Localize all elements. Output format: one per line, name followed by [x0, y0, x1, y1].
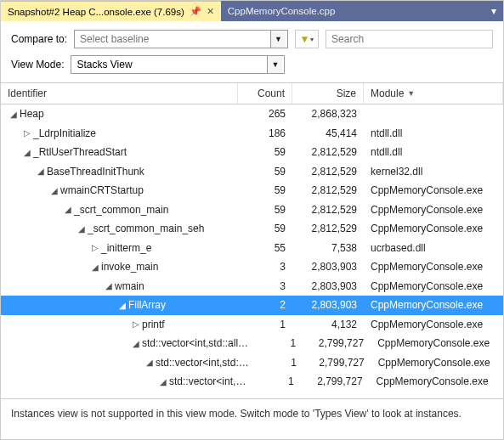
collapse-icon[interactable]: ◢ [105, 281, 113, 291]
grid-header: Identifier Count Size Module▼ [1, 82, 503, 104]
baseline-combo[interactable]: ▼ [74, 30, 288, 48]
chevron-down-icon[interactable]: ▼ [270, 31, 286, 48]
expand-icon[interactable]: ▷ [132, 319, 140, 329]
size-cell: 2,812,529 [292, 146, 364, 158]
filter-icon: ▼ [300, 33, 310, 45]
tab-label: CppMemoryConsole.cpp [228, 6, 336, 16]
module-cell: ntdll.dll [364, 127, 503, 139]
table-row[interactable]: ◢BaseThreadInitThunk592,812,529kernel32.… [1, 162, 503, 182]
identifier-text: Heap [20, 108, 44, 120]
column-module[interactable]: Module▼ [364, 83, 503, 104]
pin-icon[interactable]: 📌 [190, 6, 201, 17]
search-input[interactable] [326, 30, 493, 48]
table-row[interactable]: ◢wmain32,803,903CppMemoryConsole.exe [1, 277, 503, 296]
identifier-text: std::vector<int,std::alloc... [142, 337, 251, 349]
count-cell: 265 [238, 108, 292, 120]
module-cell: CppMemoryConsole.exe [371, 337, 503, 349]
tab-overflow[interactable]: ▾ [484, 1, 503, 21]
size-cell: 2,812,529 [292, 223, 364, 234]
collapse-icon[interactable]: ◢ [91, 262, 99, 272]
size-cell: 2,799,727 [303, 357, 371, 369]
table-row[interactable]: ◢FillArray22,803,903CppMemoryConsole.exe [1, 296, 503, 315]
table-row[interactable]: ◢_scrt_common_main_seh592,812,529CppMemo… [1, 219, 503, 239]
collapse-icon[interactable]: ◢ [9, 110, 18, 119]
collapse-icon[interactable]: ◢ [145, 358, 154, 367]
size-cell: 2,868,323 [292, 108, 364, 120]
identifier-text: wmain [115, 280, 144, 292]
count-cell: 59 [238, 204, 292, 216]
expand-icon[interactable]: ▷ [23, 128, 31, 138]
identifier-text: std::vector<int,st... [169, 375, 248, 387]
expand-icon[interactable]: ▷ [91, 243, 99, 252]
table-row[interactable]: ◢invoke_main32,803,903CppMemoryConsole.e… [1, 257, 503, 277]
table-row[interactable]: ◢std::vector<int,st...12,799,727CppMemor… [1, 372, 503, 392]
module-cell: ntdll.dll [364, 146, 503, 158]
table-row[interactable]: ◢wmainCRTStartup592,812,529CppMemoryCons… [1, 181, 503, 200]
size-cell: 2,812,529 [292, 166, 364, 178]
size-cell: 2,803,903 [292, 299, 364, 311]
status-text: Instances view is not supported in this … [11, 408, 462, 420]
table-row[interactable]: ◢_scrt_common_main592,812,529CppMemoryCo… [1, 200, 503, 220]
collapse-icon[interactable]: ◢ [159, 377, 167, 386]
collapse-icon[interactable]: ◢ [50, 186, 59, 195]
count-cell: 1 [251, 337, 303, 349]
table-row[interactable]: ◢std::vector<int,std::al...12,799,727Cpp… [1, 353, 503, 373]
table-row[interactable]: ◢Heap2652,868,323 [1, 104, 503, 124]
tab-snapshot[interactable]: Snapshot#2 Heap C...onsole.exe (7.69s) 📌… [1, 1, 221, 21]
size-cell: 2,799,727 [301, 375, 370, 387]
close-icon[interactable]: ✕ [207, 6, 214, 17]
count-cell: 59 [238, 223, 292, 234]
grid-body[interactable]: ◢Heap2652,868,323▷_LdrpInitialize18645,4… [1, 104, 503, 398]
size-cell: 2,803,903 [292, 280, 364, 292]
identifier-text: std::vector<int,std::al... [156, 357, 252, 369]
count-cell: 55 [238, 242, 292, 254]
identifier-text: _LdrpInitialize [33, 127, 96, 139]
viewmode-input[interactable] [71, 56, 267, 73]
collapse-icon[interactable]: ◢ [77, 224, 86, 234]
module-cell: CppMemoryConsole.exe [364, 319, 503, 330]
collapse-icon[interactable]: ◢ [132, 339, 140, 348]
tab-sourcefile[interactable]: CppMemoryConsole.cpp [221, 1, 343, 21]
count-cell: 2 [238, 299, 292, 311]
module-cell: CppMemoryConsole.exe [364, 223, 503, 234]
table-row[interactable]: ▷printf14,132CppMemoryConsole.exe [1, 315, 503, 335]
identifier-text: BaseThreadInitThunk [47, 166, 144, 178]
size-cell: 2,799,727 [303, 337, 371, 349]
module-cell: CppMemoryConsole.exe [364, 261, 503, 273]
identifier-text: _RtlUserThreadStart [33, 146, 127, 158]
size-cell: 2,812,529 [292, 184, 364, 196]
chevron-down-icon[interactable]: ▼ [267, 56, 282, 73]
collapse-icon[interactable]: ◢ [37, 166, 45, 176]
compare-label: Compare to: [11, 33, 67, 45]
module-cell: kernel32.dll [364, 166, 503, 178]
count-cell: 59 [238, 166, 292, 178]
collapse-icon[interactable]: ◢ [64, 205, 72, 214]
sort-indicator-icon: ▼ [407, 89, 415, 98]
tab-label: Snapshot#2 Heap C...onsole.exe (7.69s) [8, 7, 184, 17]
identifier-text: printf [142, 319, 165, 330]
status-bar: Instances view is not supported in this … [1, 398, 503, 428]
identifier-text: FillArray [128, 299, 166, 311]
table-row[interactable]: ▷_initterm_e557,538ucrbased.dll [1, 239, 503, 258]
collapse-icon[interactable]: ◢ [23, 148, 31, 157]
toolbar-row-2: View Mode: ▼ [1, 54, 503, 82]
column-identifier[interactable]: Identifier [1, 83, 238, 104]
count-cell: 186 [238, 127, 292, 139]
module-cell: CppMemoryConsole.exe [364, 299, 503, 311]
filter-button[interactable]: ▼▾ [295, 30, 319, 48]
count-cell: 59 [238, 146, 292, 158]
viewmode-combo[interactable]: ▼ [71, 55, 285, 74]
identifier-text: _scrt_common_main_seh [88, 223, 204, 234]
size-cell: 2,812,529 [292, 204, 364, 216]
baseline-input[interactable] [75, 31, 270, 48]
collapse-icon[interactable]: ◢ [118, 301, 127, 310]
module-cell: CppMemoryConsole.exe [364, 184, 503, 196]
table-row[interactable]: ◢std::vector<int,std::alloc...12,799,727… [1, 334, 503, 353]
viewmode-label: View Mode: [11, 59, 64, 71]
column-count[interactable]: Count [238, 83, 292, 104]
identifier-text: _initterm_e [101, 242, 151, 254]
column-size[interactable]: Size [292, 83, 364, 104]
module-cell: CppMemoryConsole.exe [364, 204, 503, 216]
table-row[interactable]: ▷_LdrpInitialize18645,414ntdll.dll [1, 124, 503, 144]
table-row[interactable]: ◢_RtlUserThreadStart592,812,529ntdll.dll [1, 143, 503, 162]
